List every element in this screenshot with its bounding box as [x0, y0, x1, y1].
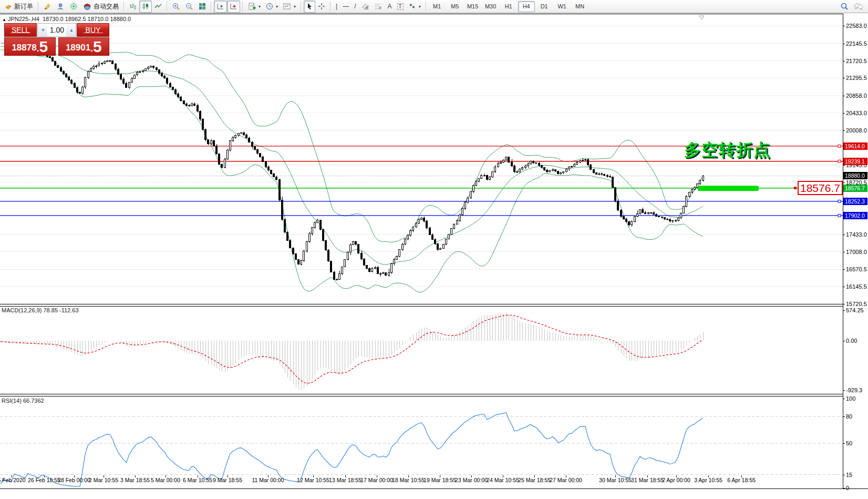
- chart-header: ▲JPN225-,H4 18730.0 18962.5 18710.0 1888…: [2, 16, 131, 22]
- vertical-line-tool[interactable]: |: [333, 1, 340, 13]
- collapse-trade-panel-icon[interactable]: ▲: [2, 17, 6, 22]
- price-level-label-box[interactable]: 18576.7: [798, 181, 843, 195]
- templates-button[interactable]: ▾: [281, 1, 298, 13]
- fibonacci-tool[interactable]: F: [372, 1, 385, 13]
- caret-down-icon: ▾: [294, 4, 296, 9]
- price-axis-tick-label: 22583.0: [846, 23, 867, 29]
- search-button[interactable]: [838, 1, 851, 13]
- auto-scroll-button[interactable]: [214, 1, 227, 13]
- trendline-tool[interactable]: /: [352, 1, 358, 13]
- text-t-icon: T: [397, 3, 404, 10]
- zoom-in-button[interactable]: [170, 1, 183, 13]
- timeframe-h1[interactable]: H1: [500, 1, 517, 12]
- new-order-button[interactable]: 新订单: [2, 1, 36, 13]
- time-axis-label: 30 Mar 10:55: [599, 477, 632, 483]
- sell-button[interactable]: SELL: [4, 23, 37, 37]
- crosshair-button[interactable]: [315, 1, 328, 13]
- timeframe-mn[interactable]: MN: [572, 1, 588, 12]
- time-axis-label: 25 Mar 18:55: [518, 477, 551, 483]
- highlight-bar[interactable]: [698, 186, 759, 191]
- highlighter-button[interactable]: [41, 1, 54, 13]
- main-toolbar: 新订单 自动交易 ▾ ▾: [0, 0, 868, 13]
- timeframe-d1[interactable]: D1: [536, 1, 553, 12]
- auto-trading-button[interactable]: 自动交易: [80, 1, 121, 13]
- tile-windows-button[interactable]: [196, 1, 209, 13]
- macd-axis-tick-label: -929.3: [846, 387, 862, 393]
- periods-button[interactable]: ▾: [263, 1, 281, 13]
- timeframe-w1[interactable]: W1: [554, 1, 571, 12]
- cursor-button[interactable]: [304, 1, 315, 13]
- volume-up-button[interactable]: ▲: [66, 24, 76, 36]
- candlestick-chart-button[interactable]: [139, 1, 152, 13]
- text-label-tool[interactable]: T: [395, 1, 406, 13]
- indicators-button[interactable]: ▾: [245, 1, 263, 13]
- arrows-icon: [409, 3, 416, 10]
- time-axis-label: 6 Apr 18:55: [727, 477, 756, 483]
- macd-rsi-divider[interactable]: [0, 394, 843, 396]
- price-axis-tick-label: 15720.5: [846, 301, 867, 307]
- volume-down-button[interactable]: ▼: [38, 24, 47, 36]
- time-axis-label: 5 Mar 00:00: [151, 477, 180, 483]
- text-tool[interactable]: A: [385, 1, 395, 13]
- level-price-badge: 19614.0: [843, 142, 867, 150]
- timeframe-h4[interactable]: H4: [518, 1, 535, 12]
- toolbar-separator: [211, 2, 212, 11]
- channel-icon: E: [361, 3, 369, 10]
- timeframe-m1[interactable]: M1: [429, 1, 446, 12]
- level-endpoint-marker: [838, 145, 841, 147]
- price-axis-tickmark: [843, 287, 845, 287]
- chart-top-border: [0, 14, 843, 14]
- cursor-icon: [306, 3, 313, 10]
- zoom-out-icon: [185, 3, 193, 10]
- bar-chart-icon: [129, 3, 137, 10]
- chart-canvas[interactable]: [0, 13, 868, 489]
- caret-down-icon: ▾: [259, 4, 261, 9]
- time-axis-label: 3 Mar 18:55: [120, 477, 150, 483]
- chart-shift-button[interactable]: [227, 1, 240, 13]
- timeframe-m15[interactable]: M15: [464, 1, 481, 12]
- buy-button[interactable]: BUY: [77, 23, 109, 37]
- new-order-label: 新订单: [14, 2, 33, 11]
- auto-scroll-icon: [216, 3, 224, 10]
- rsi-pane-label: RSI(14) 66.7362: [2, 398, 44, 404]
- tile-windows-icon: [199, 3, 206, 10]
- main-macd-divider[interactable]: [0, 304, 843, 307]
- svg-text:E: E: [366, 6, 369, 10]
- timeframe-m30[interactable]: M30: [482, 1, 499, 12]
- level-endpoint-marker: [838, 214, 841, 217]
- sell-price[interactable]: 18878.5: [4, 37, 56, 56]
- line-chart-icon: [154, 3, 162, 10]
- volume-control: ▼ ▲: [37, 23, 76, 37]
- volume-input[interactable]: [47, 24, 66, 36]
- horizontal-line-tool[interactable]: —: [340, 1, 352, 13]
- line-chart-button[interactable]: [152, 1, 164, 13]
- chat-button[interactable]: [851, 1, 866, 13]
- time-axis-label: 9 Mar 18:55: [213, 477, 242, 483]
- time-axis-label: 6 Mar 10:55: [183, 477, 212, 483]
- caret-down-icon: ▾: [276, 4, 278, 9]
- price-axis-tickmark: [843, 130, 845, 131]
- time-axis-label: 31 Mar 18:55: [631, 477, 664, 483]
- bollinger-lower: [1, 50, 702, 292]
- signal-button[interactable]: [67, 1, 80, 13]
- time-axis-label: 19 Mar 18:55: [423, 477, 456, 483]
- profile-button[interactable]: [54, 1, 67, 13]
- chat-icon: [854, 3, 863, 11]
- timeframe-group: M1M5M15M30H1H4D1W1MN: [429, 1, 588, 12]
- one-click-trade-panel: SELL ▼ ▲ BUY 18878.5 18901.5: [4, 23, 109, 56]
- price-axis-tickmark: [843, 235, 845, 235]
- chart-shift-marker[interactable]: [699, 15, 705, 20]
- price-axis-tick-label: 17008.0: [846, 249, 867, 255]
- price-axis-tick-label: 16145.5: [846, 283, 867, 290]
- zoom-out-button[interactable]: [183, 1, 196, 13]
- timeframe-m5[interactable]: M5: [447, 1, 463, 12]
- time-axis-label: 2 Mar 10:55: [89, 477, 118, 483]
- buy-price[interactable]: 18901.5: [58, 37, 110, 56]
- price-axis-tick-label: 16570.5: [846, 266, 867, 272]
- time-axis-label: 24 Mar 10:55: [487, 477, 519, 483]
- price-level-anchor-square[interactable]: [794, 187, 797, 189]
- arrows-tool[interactable]: ▾: [406, 1, 423, 13]
- channel-tool[interactable]: E: [359, 1, 372, 13]
- rsi-axis-tickmark: [843, 488, 845, 488]
- bar-chart-button[interactable]: [127, 1, 139, 13]
